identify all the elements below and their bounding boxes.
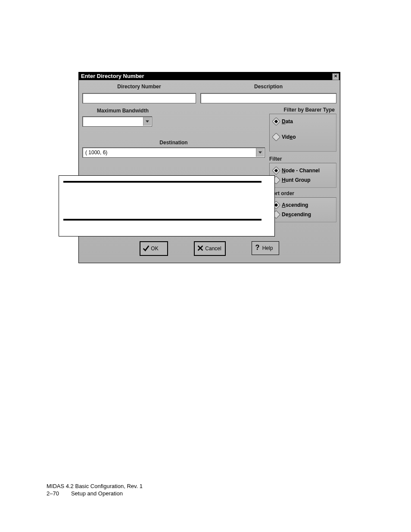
sort-descending-option[interactable]: Descending [273,210,333,219]
radio-icon [272,133,280,141]
directory-number-label: Directory Number [82,83,196,90]
destination-label: Destination [82,139,265,146]
directory-number-input[interactable] [82,93,196,103]
bearer-video-label: Video [282,134,296,140]
top-inputs-row [82,93,336,103]
question-icon: ? [254,244,262,253]
dialog-title: Enter Directory Number [81,73,144,79]
redaction-overlay [59,175,275,236]
overlay-line-top [63,181,262,183]
bearer-type-group: Data Video [269,114,336,152]
max-bandwidth-combo[interactable] [82,116,152,127]
radio-icon [272,166,280,175]
max-bandwidth-label: Maximum Bandwidth [82,107,265,115]
filter-hunt-group-label: Hunt Group [282,177,311,183]
bearer-type-title: Filter by Bearer Type [269,107,336,113]
sort-order-group: Ascending Descending [269,197,336,222]
overlay-line-bottom [63,219,262,221]
bearer-data-option[interactable]: Data [273,117,333,126]
sort-descending-label: Descending [282,212,311,218]
filter-hunt-group-option[interactable]: Hunt Group [273,175,333,185]
sort-ascending-option[interactable]: Ascending [273,200,333,210]
right-column: Filter by Bearer Type Data Video Filter [269,107,336,235]
description-label: Description [200,83,336,90]
destination-value: ( 1000, 6) [85,149,107,156]
filter-node-channel-label: Node - Channel [282,168,320,174]
ok-label: OK [151,246,158,252]
footer-section: Setup and Operation [71,490,123,498]
filter-title: Filter [269,156,336,162]
close-button[interactable]: ✕ [332,73,339,80]
chevron-down-icon [143,117,151,126]
chevron-down-icon [256,148,264,157]
cancel-button[interactable]: Cancel [194,241,225,256]
page-footer: MIDAS 4.2 Basic Configuration, Rev. 1 2–… [47,482,143,498]
check-icon [142,244,150,253]
svg-marker-1 [258,152,262,154]
top-labels-row: Directory Number Description [82,83,336,90]
sort-order-title: Sort order [269,190,336,196]
footer-line1: MIDAS 4.2 Basic Configuration, Rev. 1 [47,482,143,490]
sort-ascending-label: Ascending [282,202,308,208]
radio-icon [272,117,280,126]
description-input[interactable] [200,93,336,103]
bearer-data-label: Data [282,118,293,124]
ok-button[interactable]: OK [140,241,168,256]
button-bar: OK Cancel ? Help [82,235,336,258]
close-icon: ✕ [334,74,337,78]
svg-text:?: ? [255,244,259,251]
svg-marker-0 [146,121,149,123]
help-button[interactable]: ? Help [252,241,279,255]
x-icon [196,244,204,253]
page: Enter Directory Number ✕ Directory Numbe… [0,0,411,532]
bearer-video-option[interactable]: Video [273,132,333,142]
cancel-label: Cancel [205,246,221,252]
destination-combo[interactable]: ( 1000, 6) [82,147,265,158]
filter-node-channel-option[interactable]: Node - Channel [273,166,333,175]
footer-page-number: 2–70 [47,490,59,498]
help-label: Help [262,245,273,251]
filter-group: Node - Channel Hunt Group [269,163,336,188]
dialog-titlebar: Enter Directory Number ✕ [79,72,340,80]
